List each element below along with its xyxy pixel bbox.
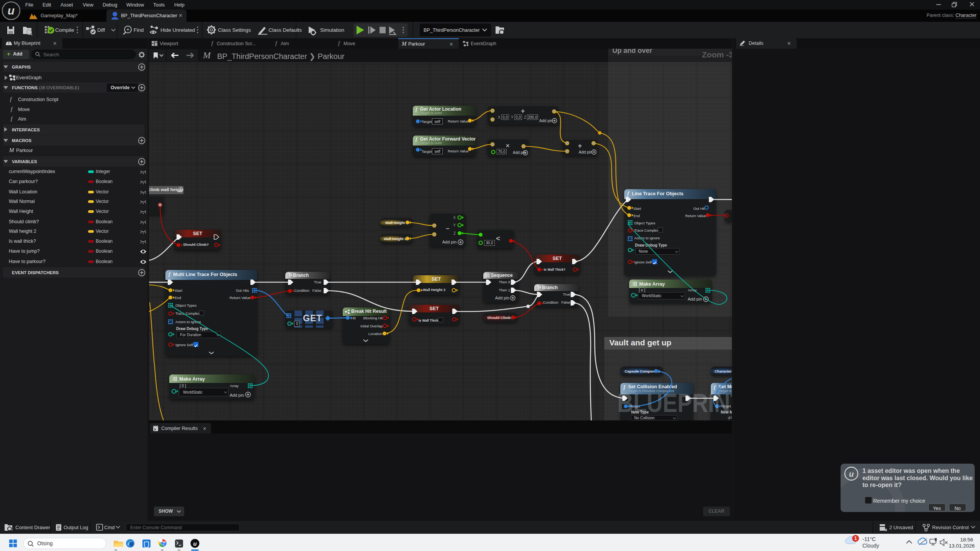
svg-text:u: u	[849, 470, 854, 478]
svg-text:Otsing: Otsing	[37, 540, 52, 546]
svg-text:Class Defaults: Class Defaults	[268, 27, 302, 33]
svg-text:u: u	[8, 4, 15, 17]
svg-text:Cloudy: Cloudy	[862, 543, 879, 549]
svg-text:Cmd: Cmd	[104, 525, 115, 530]
svg-text:Enter Console Command: Enter Console Command	[130, 525, 182, 530]
svg-text:Find: Find	[134, 27, 144, 33]
svg-text:Simulation: Simulation	[320, 27, 344, 33]
svg-text:1: 1	[854, 536, 857, 541]
svg-text:18:56: 18:56	[960, 537, 973, 543]
svg-text:-11°C: -11°C	[862, 536, 876, 542]
svg-text:Revision Control: Revision Control	[932, 525, 969, 530]
svg-text:Diff: Diff	[97, 27, 105, 33]
svg-text:2 Unsaved: 2 Unsaved	[889, 525, 913, 530]
svg-text:Class Settings: Class Settings	[218, 27, 251, 33]
svg-text:Compile: Compile	[55, 27, 74, 33]
svg-text:Hide Unrelated: Hide Unrelated	[160, 27, 195, 33]
svg-text:Content Drawer: Content Drawer	[15, 525, 51, 530]
svg-text:13.01.2026: 13.01.2026	[949, 543, 975, 549]
svg-text:u: u	[193, 540, 196, 547]
svg-text:Output Log: Output Log	[64, 525, 88, 530]
svg-text:BP_ThirdPersonCharacter: BP_ThirdPersonCharacter	[424, 28, 480, 33]
